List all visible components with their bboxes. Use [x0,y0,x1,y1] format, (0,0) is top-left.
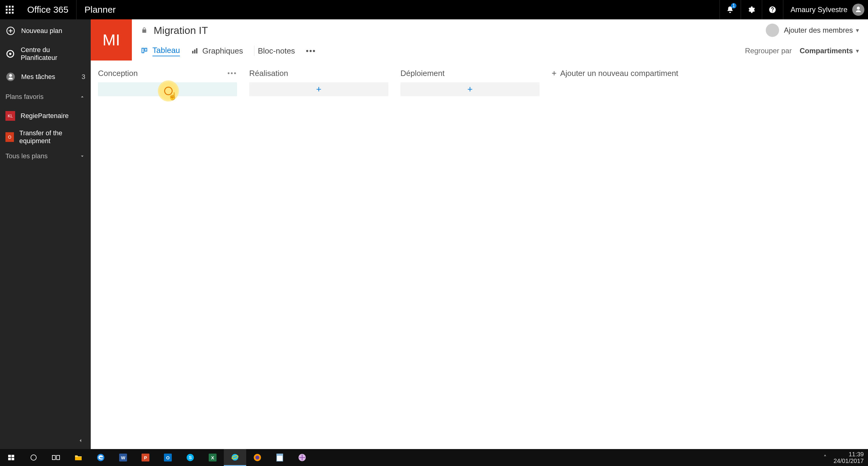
file-explorer-button[interactable] [67,449,90,466]
collapse-nav-button[interactable] [0,432,91,449]
svg-rect-14 [145,48,147,51]
svg-rect-20 [8,458,11,460]
user-name: Amaury Sylvestre [790,5,847,14]
lock-icon [141,27,148,34]
favorite-plans-section[interactable]: Plans favoris [0,88,91,105]
svg-rect-6 [6,12,7,13]
board: Conception•••+☝Réalisation+Déploiement++… [91,60,868,449]
plan-item-label: RegiePartenaire [21,112,69,120]
sidebar-plan-item[interactable]: KLRegiePartenaire [0,105,91,126]
notepad-button[interactable] [269,449,291,466]
svg-rect-21 [11,458,14,460]
o365-top-bar: Office 365 Planner 1 Amaury Sylvestre [0,0,868,19]
cursor-click-marker: ☝ [158,81,179,102]
cortana-button[interactable] [22,449,45,466]
add-bucket-button[interactable]: +Ajouter un nouveau compartiment [552,65,678,81]
plan-tile[interactable]: MI [91,19,132,60]
left-nav: Nouveau plan Centre du Planificateur Mes… [0,19,91,449]
new-plan-button[interactable]: Nouveau plan [0,19,91,42]
plan-chip-icon: KL [5,111,15,121]
plan-item-label: Transfer of the equipment [19,129,85,145]
taskbar-time: 11:39 [834,451,864,458]
o365-brand[interactable]: Office 365 [19,0,76,19]
tab-charts[interactable]: Graphiques [191,41,243,60]
svg-rect-5 [12,9,13,10]
skype-icon: S [186,454,194,462]
o365-app-name[interactable]: Planner [76,4,123,15]
generic-app-icon [298,454,306,462]
plus-icon: + [467,84,473,94]
tab-board[interactable]: Tableau [141,41,180,60]
add-task-button[interactable]: + [249,82,388,96]
tab-notes-label: Bloc-notes [258,46,295,56]
my-tasks-label: Mes tâches [21,73,55,81]
tray-chevron-icon[interactable]: ˄ [819,454,831,461]
add-task-button[interactable]: +☝ [98,82,237,96]
svg-rect-18 [8,455,11,457]
skype-button[interactable]: S [179,449,202,466]
all-plans-label: Tous les plans [5,152,48,160]
app-button[interactable] [291,449,313,466]
svg-rect-7 [9,12,10,13]
bucket-header[interactable]: Conception••• [98,65,237,81]
ie-button[interactable] [224,449,246,466]
start-button[interactable] [0,449,22,466]
powerpoint-button[interactable]: P [134,449,157,466]
bucket-column: Réalisation+ [249,65,388,96]
tab-notes[interactable]: Bloc-notes [258,41,295,60]
bucket-column: Conception•••+☝ [98,65,237,96]
sidebar-plan-item[interactable]: OTransfer of the equipment [0,126,91,148]
planner-hub-button[interactable]: Centre du Planificateur [0,42,91,65]
settings-button[interactable] [741,0,762,19]
plan-area: MI Migration IT Ajouter des membres ▾ Ta… [91,19,868,449]
group-by-dropdown[interactable]: Compartiments ▾ [800,47,859,55]
group-by-label: Regrouper par [745,47,792,55]
svg-rect-19 [11,455,14,457]
svg-rect-3 [6,9,7,10]
all-plans-section[interactable]: Tous les plans [0,148,91,165]
bucket-header[interactable]: Déploiement [400,65,539,81]
firefox-button[interactable] [246,449,269,466]
caret-down-icon: ▾ [856,47,859,55]
svg-rect-17 [196,48,197,53]
svg-rect-33 [277,454,283,456]
new-plan-label: Nouveau plan [21,27,62,35]
edge-icon [97,454,105,462]
bucket-menu-button[interactable]: ••• [227,69,237,77]
account-menu[interactable]: Amaury Sylvestre [783,0,868,19]
notifications-button[interactable]: 1 [719,0,741,19]
chevron-left-icon [78,438,84,444]
notification-badge: 1 [731,3,737,8]
edge-button[interactable] [90,449,112,466]
my-tasks-count: 3 [82,73,85,81]
my-tasks-button[interactable]: Mes tâches 3 [0,65,91,88]
gear-icon [747,6,755,13]
excel-button[interactable]: X [202,449,224,466]
task-view-icon [52,455,60,461]
help-button[interactable] [762,0,783,19]
add-members-button[interactable]: Ajouter des membres ▾ [766,24,859,37]
svg-text:S: S [189,455,192,460]
task-view-button[interactable] [45,449,67,466]
system-tray[interactable]: ˄ 11:39 24/01/2017 [819,451,868,464]
chevron-down-icon [79,153,85,159]
plan-title[interactable]: Migration IT [154,25,208,36]
outlook-button[interactable]: O [157,449,179,466]
word-button[interactable]: W [112,449,134,466]
hub-icon [5,49,15,59]
svg-point-31 [255,456,259,460]
app-launcher-button[interactable] [0,0,19,19]
bucket-name: Conception [98,69,138,78]
tabs-more-button[interactable]: ••• [306,46,316,56]
taskbar-clock[interactable]: 11:39 24/01/2017 [834,451,864,464]
group-by-value: Compartiments [800,47,853,55]
word-icon: W [119,454,127,462]
ie-icon [231,453,239,461]
bucket-header[interactable]: Réalisation [249,65,388,81]
svg-rect-24 [57,456,60,460]
taskbar-date: 24/01/2017 [834,458,864,464]
chevron-up-icon [79,94,85,100]
caret-down-icon: ▾ [856,27,859,34]
tab-charts-label: Graphiques [202,46,243,56]
add-task-button[interactable]: + [400,82,539,96]
